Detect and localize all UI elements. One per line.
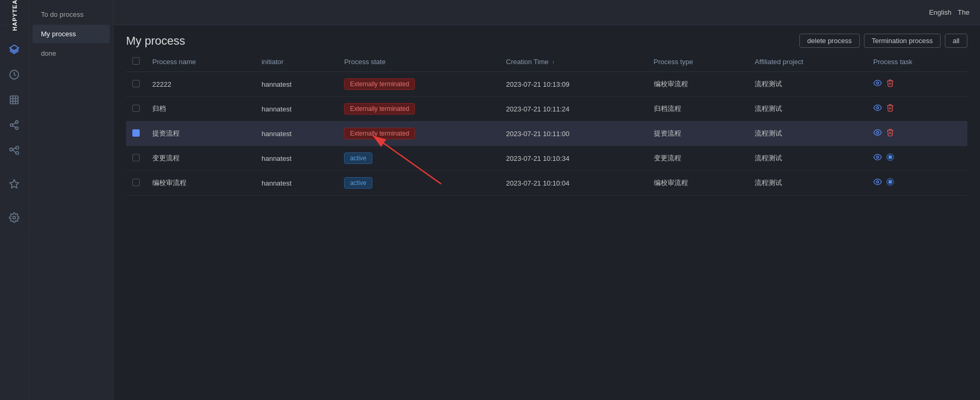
process-table: Process name initiator Process state Cre…	[126, 52, 967, 196]
cell-process-type: 编校审流程	[648, 72, 749, 97]
delete-icon[interactable]	[886, 79, 894, 89]
page-title: My process	[126, 34, 185, 48]
cell-initiator: hannatest	[255, 146, 338, 171]
table-row: 22222hannatestExternally terminated2023-…	[126, 72, 967, 97]
select-all-checkbox[interactable]	[132, 57, 140, 65]
th-checkbox	[126, 52, 146, 72]
svg-point-21	[877, 131, 879, 134]
sidebar-item-done[interactable]: done	[33, 44, 110, 63]
cell-process-type: 提资流程	[648, 121, 749, 146]
cell-affiliated: 流程测试	[748, 171, 867, 196]
action-icons	[873, 128, 961, 139]
cell-process-name: 变更流程	[146, 146, 255, 171]
th-process-type: Process type	[648, 52, 749, 72]
cell-process-type: 变更流程	[648, 146, 749, 171]
svg-line-16	[13, 149, 16, 153]
th-affiliated-project: Affiliated project	[748, 52, 867, 72]
cell-process-type: 编校审流程	[648, 171, 749, 196]
action-icons	[873, 79, 961, 89]
view-icon[interactable]	[873, 104, 882, 114]
view-icon[interactable]	[873, 128, 882, 139]
header-actions: delete process Termination process all	[799, 34, 967, 48]
th-creation-time: Creation Time ↑	[500, 52, 648, 72]
svg-point-7	[16, 121, 18, 124]
svg-point-25	[877, 181, 879, 183]
cell-process-type: 归档流程	[648, 97, 749, 121]
nav-icon-flow[interactable]	[5, 141, 24, 160]
delete-icon[interactable]	[886, 128, 894, 139]
nav-icon-chart[interactable]	[5, 90, 24, 109]
svg-point-20	[877, 107, 879, 109]
stop-icon[interactable]	[886, 178, 894, 188]
main-content: English The My process delete process Te…	[113, 0, 980, 400]
row-checkbox-1[interactable]	[132, 80, 140, 87]
cell-state: Externally terminated	[338, 97, 499, 121]
cell-process-name: 提资流程	[146, 121, 255, 146]
table-row: 提资流程hannatestExternally terminated2023-0…	[126, 121, 967, 146]
termination-process-button[interactable]: Termination process	[864, 34, 941, 48]
view-icon[interactable]	[873, 79, 882, 89]
sidebar-item-myprocess[interactable]: My process	[33, 25, 110, 43]
sort-arrow-icon[interactable]: ↑	[552, 59, 555, 65]
cell-initiator: hannatest	[255, 171, 338, 196]
flow-icon	[9, 145, 19, 156]
svg-rect-14	[16, 152, 18, 155]
svg-point-9	[16, 127, 18, 129]
nav-icon-clock[interactable]	[5, 65, 24, 84]
cell-actions	[867, 97, 967, 121]
process-sidebar: To do process My process done	[29, 0, 113, 400]
row-checkbox-3[interactable]	[132, 129, 140, 137]
user-info: The	[958, 8, 969, 16]
cell-creation-time: 2023-07-21 10:10:04	[500, 171, 648, 196]
stop-icon[interactable]	[886, 153, 894, 163]
gear-icon	[9, 212, 19, 223]
cell-state: Externally terminated	[338, 121, 499, 146]
nav-icon-share[interactable]	[5, 116, 24, 135]
svg-rect-12	[10, 148, 13, 151]
action-icons	[873, 153, 961, 163]
cell-creation-time: 2023-07-21 10:10:34	[500, 146, 648, 171]
svg-point-8	[11, 124, 13, 127]
view-icon[interactable]	[873, 153, 882, 163]
svg-rect-24	[889, 156, 891, 158]
cell-affiliated: 流程测试	[748, 121, 867, 146]
row-checkbox-4[interactable]	[132, 154, 140, 161]
nav-icons-list	[0, 25, 29, 231]
svg-rect-2	[11, 96, 18, 104]
svg-line-11	[13, 122, 16, 124]
cell-creation-time: 2023-07-21 10:11:00	[500, 121, 648, 146]
page-header: My process delete process Termination pr…	[113, 25, 980, 52]
table-header: Process name initiator Process state Cre…	[126, 52, 967, 72]
action-icons	[873, 178, 961, 188]
all-button[interactable]: all	[945, 34, 967, 48]
table-row: 变更流程hannatestactive2023-07-21 10:10:34变更…	[126, 146, 967, 171]
cell-process-name: 归档	[146, 97, 255, 121]
layers-icon	[9, 44, 19, 55]
delete-icon[interactable]	[886, 104, 894, 114]
row-checkbox-2[interactable]	[132, 105, 140, 112]
delete-process-button[interactable]: delete process	[799, 34, 860, 48]
app-logo: HAPYTEAM	[12, 0, 18, 30]
th-process-state: Process state	[338, 52, 499, 72]
svg-line-10	[13, 126, 16, 127]
cell-actions	[867, 171, 967, 196]
th-process-name: Process name	[146, 52, 255, 72]
language-selector[interactable]: English	[929, 8, 952, 16]
view-icon[interactable]	[873, 178, 882, 188]
cell-actions	[867, 146, 967, 171]
nav-icon-star[interactable]	[5, 175, 24, 193]
cell-state: active	[338, 171, 499, 196]
row-checkbox-5[interactable]	[132, 179, 140, 186]
cell-initiator: hannatest	[255, 97, 338, 121]
cell-affiliated: 流程测试	[748, 97, 867, 121]
icon-sidebar: HAPYTEAM	[0, 0, 29, 400]
cell-creation-time: 2023-07-21 10:13:09	[500, 72, 648, 97]
status-badge: Externally terminated	[344, 103, 415, 115]
top-bar: English The	[113, 0, 980, 25]
cell-creation-time: 2023-07-21 10:11:24	[500, 97, 648, 121]
action-icons	[873, 104, 961, 114]
nav-icon-layers[interactable]	[5, 40, 24, 59]
nav-icon-gear[interactable]	[5, 208, 24, 227]
cell-affiliated: 流程测试	[748, 72, 867, 97]
sidebar-item-todo[interactable]: To do process	[33, 5, 110, 24]
